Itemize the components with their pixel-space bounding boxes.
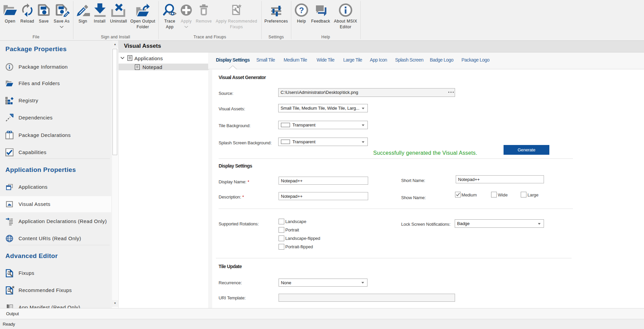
svg-text:?: ? (299, 6, 304, 15)
